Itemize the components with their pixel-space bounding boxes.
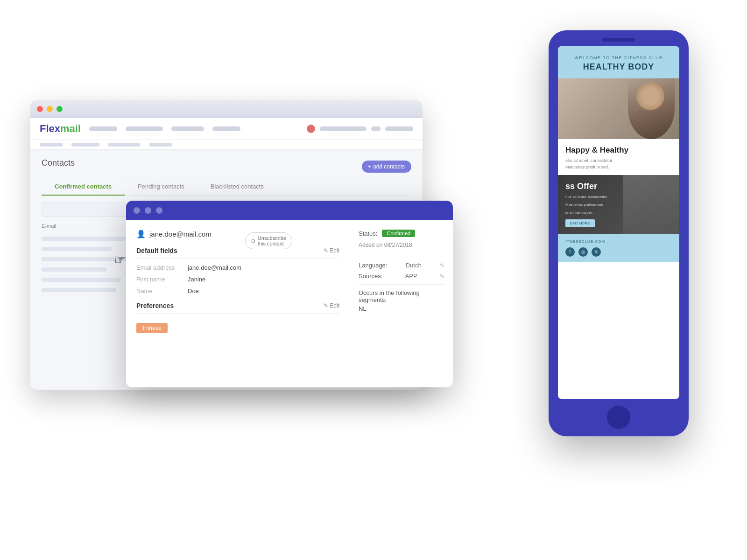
unsubscribe-button[interactable]: ⊖ Unsubscribe this contact <box>245 232 292 249</box>
sub-link-1 <box>40 143 63 147</box>
email-hero-image <box>558 78 679 139</box>
firstname-value: Janine <box>188 276 205 283</box>
maximize-dot[interactable] <box>56 106 63 112</box>
unsubscribe-icon: ⊖ <box>251 238 255 244</box>
offer-section: ss Offer ntor sit amet, consectetur Maec… <box>558 175 679 234</box>
email-footer: ITNESSCLUB.COM f ◎ 𝕏 <box>558 234 679 262</box>
status-label: Status: <box>359 230 377 237</box>
divider <box>359 257 444 257</box>
language-edit-icon[interactable]: ✎ <box>440 262 444 269</box>
happy-body2: Maecenas pretium sed. <box>565 164 672 171</box>
email-welcome-text: WELCOME TO THE FITNESS CLUB <box>565 56 672 60</box>
segments-label: Occurs in the following segments: <box>359 289 444 303</box>
tab-pending[interactable]: Pending contacts <box>125 178 197 196</box>
social-icons: f ◎ 𝕏 <box>565 247 672 257</box>
sources-label: Sources: <box>359 273 382 280</box>
social-instagram-icon[interactable]: ◎ <box>578 247 588 257</box>
email-label: Email address <box>136 264 183 271</box>
hero-person-shape <box>628 78 675 139</box>
unsubscribe-label: Unsubscribe this contact <box>258 235 286 246</box>
sub-nav <box>30 140 423 150</box>
phone-mockup: WELCOME TO THE FITNESS CLUB HEALTHY BODY… <box>549 30 689 436</box>
nav-circle <box>307 125 315 133</box>
offer-body3: ia a ullamcorper. <box>565 210 672 215</box>
close-dot[interactable] <box>37 106 43 112</box>
prefs-title: Preferences <box>136 302 174 309</box>
nav-link-4[interactable] <box>212 126 240 131</box>
nav-avatar <box>371 126 381 131</box>
segments-value: NL <box>359 305 444 312</box>
field-email: Email address jane.doe@mail.com <box>136 264 339 271</box>
detail-dot-2 <box>145 207 151 214</box>
language-value: Dutch <box>406 262 422 269</box>
sub-link-4 <box>149 143 172 147</box>
nav-extra <box>385 126 413 131</box>
firstname-label: First name <box>136 276 183 283</box>
prefs-header: Preferences ✎ Edit <box>136 302 339 314</box>
nav-link-2[interactable] <box>126 126 163 131</box>
detail-titlebar <box>126 201 453 220</box>
default-fields-header: Default fields ✎ Edit <box>136 247 339 259</box>
happy-title: Happy & Healthy <box>565 146 672 155</box>
prefs-edit[interactable]: ✎ Edit <box>324 302 339 309</box>
preferences-section: Preferences ✎ Edit Fitness <box>136 302 339 333</box>
contact-email-row: 👤 jane.doe@mail.com <box>136 230 339 238</box>
field-name: Name Doe <box>136 287 339 294</box>
nav-pill-right <box>320 126 366 131</box>
contact-email: jane.doe@mail.com <box>149 230 211 238</box>
phone-speaker <box>602 38 635 42</box>
nav-bar: Flexmail <box>30 118 423 140</box>
social-twitter-icon[interactable]: 𝕏 <box>592 247 601 257</box>
happy-body1: olor sit amet, consectetur <box>565 158 672 164</box>
language-row: Language: Dutch ✎ <box>359 262 444 269</box>
fitness-tag[interactable]: Fitness <box>136 323 168 333</box>
field-firstname: First name Janine <box>136 276 339 283</box>
detail-dot-3 <box>156 207 162 214</box>
name-value: Doe <box>188 287 199 294</box>
contacts-tabs: Confirmed contacts Pending contacts Blac… <box>42 178 411 196</box>
phone-screen: WELCOME TO THE FITNESS CLUB HEALTHY BODY… <box>558 46 679 399</box>
status-row: Status: Confirmed <box>359 230 444 237</box>
page-title: Contacts <box>42 158 75 168</box>
sources-row: Sources: APP ✎ <box>359 273 444 280</box>
logo: Flexmail <box>40 123 81 135</box>
tab-confirmed[interactable]: Confirmed contacts <box>42 178 125 196</box>
social-facebook-icon[interactable]: f <box>565 247 575 257</box>
scene: Flexmail Con <box>0 0 747 560</box>
person-icon: 👤 <box>136 230 146 238</box>
detail-body: 👤 jane.doe@mail.com Default fields ✎ Edi… <box>126 220 453 387</box>
footer-domain: ITNESSCLUB.COM <box>565 239 672 244</box>
nav-link-3[interactable] <box>171 126 204 131</box>
nav-link-1[interactable] <box>89 126 117 131</box>
divider2 <box>359 284 444 285</box>
name-label: Name <box>136 287 183 294</box>
read-more-button[interactable]: EAD MORE <box>565 219 595 227</box>
default-fields-title: Default fields <box>136 247 177 254</box>
email-header: WELCOME TO THE FITNESS CLUB HEALTHY BODY <box>558 46 679 78</box>
offer-body1: ntor sit amet, consectetur <box>565 194 672 199</box>
add-contacts-button[interactable]: + add contacts <box>362 161 411 173</box>
detail-right-panel: ⊖ Unsubscribe this contact Status: Confi… <box>350 220 453 387</box>
sub-link-3 <box>108 143 141 147</box>
offer-text: ss Offer <box>565 182 672 191</box>
read-more-label: EAD MORE <box>570 221 590 225</box>
language-label: Language: <box>359 262 387 269</box>
email-value: jane.doe@mail.com <box>188 264 241 271</box>
sub-link-2 <box>71 143 99 147</box>
added-date: Added on 08/27/2018 <box>359 242 444 248</box>
email-headline: HEALTHY BODY <box>565 62 672 72</box>
phone-home-button[interactable] <box>607 406 630 429</box>
detail-left-panel: 👤 jane.doe@mail.com Default fields ✎ Edi… <box>126 220 350 387</box>
sources-edit-icon[interactable]: ✎ <box>440 273 444 280</box>
sources-value: APP <box>405 273 417 280</box>
contacts-titlebar <box>30 100 423 118</box>
detail-window: 👤 jane.doe@mail.com Default fields ✎ Edi… <box>126 201 453 387</box>
default-fields-edit[interactable]: ✎ Edit <box>324 247 339 254</box>
detail-dot-1 <box>134 207 140 214</box>
email-happy-section: Happy & Healthy olor sit amet, consectet… <box>558 139 679 175</box>
offer-body2: Maecenas pretium sed <box>565 202 672 207</box>
minimize-dot[interactable] <box>47 106 53 112</box>
status-badge: Confirmed <box>382 230 415 237</box>
tab-blacklisted[interactable]: Blacklisted contacts <box>197 178 277 196</box>
